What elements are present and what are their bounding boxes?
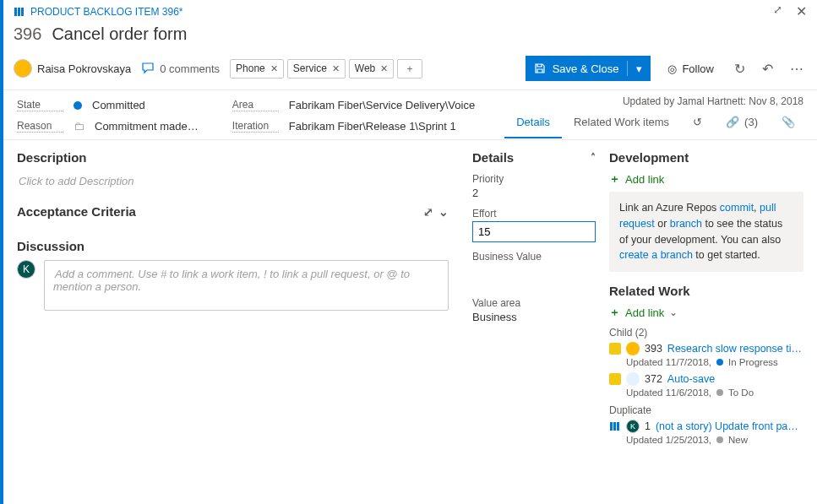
attachment-icon: 📎	[782, 116, 795, 128]
tab-attachments[interactable]: 📎	[770, 107, 807, 138]
follow-button[interactable]: ◎ Follow	[661, 62, 721, 75]
follow-icon: ◎	[667, 62, 677, 75]
chevron-down-icon: ⌄	[669, 306, 678, 318]
tab-history[interactable]: ↺	[681, 107, 714, 138]
avatar	[626, 342, 640, 355]
breadcrumb[interactable]: PRODUCT BACKLOG ITEM 396*	[14, 6, 183, 18]
work-item-title[interactable]: Cancel order form	[52, 24, 187, 44]
pbi-icon	[609, 343, 621, 355]
development-heading: Development	[609, 150, 803, 165]
tab-related[interactable]: Related Work items	[562, 107, 681, 138]
business-value-label: Business Value	[472, 251, 596, 263]
svg-rect-2	[21, 8, 24, 16]
pbi-icon	[609, 373, 621, 385]
comment-icon	[141, 62, 155, 75]
business-value-value[interactable]	[472, 264, 596, 277]
history-icon: ↺	[693, 116, 702, 128]
effort-input[interactable]	[472, 221, 596, 242]
svg-rect-3	[610, 422, 613, 431]
details-heading: Details˄	[472, 150, 596, 165]
tag-service[interactable]: Service✕	[287, 59, 346, 79]
assignee-name: Raisa Pokrovskaya	[37, 62, 131, 75]
pbi-icon	[609, 420, 621, 432]
state-value[interactable]: Committed	[92, 99, 145, 111]
related-item[interactable]: 393 Research slow response ti…	[609, 342, 803, 355]
avatar	[14, 59, 32, 78]
add-tag-button[interactable]: ＋	[397, 59, 422, 79]
reason-value[interactable]: Commitment made…	[95, 120, 199, 133]
description-heading: Description	[17, 150, 449, 165]
related-item[interactable]: K 1 (not a story) Update front pa…	[609, 420, 803, 433]
save-label: Save & Close	[553, 62, 619, 75]
expand-icon[interactable]: ⤢	[423, 205, 433, 219]
link-create-branch[interactable]: create a branch	[619, 249, 693, 261]
chevron-down-icon[interactable]: ▾	[636, 62, 642, 75]
current-user-avatar: K	[17, 260, 35, 279]
area-value[interactable]: Fabrikam Fiber\Service Delivery\Voice	[289, 99, 475, 111]
value-area-label: Value area	[472, 297, 596, 309]
save-icon	[534, 62, 546, 74]
state-label: State	[17, 99, 63, 111]
tab-links[interactable]: 🔗(3)	[714, 107, 770, 138]
acceptance-heading: Acceptance Criteria ⤢⌄	[17, 204, 449, 219]
comments-button[interactable]: 0 comments	[141, 62, 220, 75]
value-area-value[interactable]: Business	[472, 311, 596, 323]
tag-web[interactable]: Web✕	[349, 59, 394, 79]
tag-remove-icon[interactable]: ✕	[270, 63, 278, 74]
tag-remove-icon[interactable]: ✕	[332, 63, 340, 74]
lock-icon: 🗀	[74, 120, 84, 133]
effort-label: Effort	[472, 208, 596, 219]
breadcrumb-text: PRODUCT BACKLOG ITEM 396*	[30, 6, 183, 18]
follow-label: Follow	[682, 62, 714, 75]
link-branch[interactable]: branch	[670, 218, 702, 230]
duplicate-group-heading: Duplicate	[609, 404, 803, 416]
svg-rect-5	[617, 422, 619, 431]
tab-details[interactable]: Details	[504, 107, 562, 138]
chevron-down-icon[interactable]: ⌄	[438, 205, 449, 219]
reason-label: Reason	[17, 120, 63, 133]
save-close-button[interactable]: Save & Close ▾	[526, 56, 651, 81]
child-group-heading: Child (2)	[609, 327, 803, 339]
comments-count: 0 comments	[160, 62, 220, 75]
undo-icon[interactable]: ↶	[759, 61, 776, 77]
development-info: Link an Azure Repos commit, pull request…	[609, 192, 803, 272]
discussion-heading: Discussion	[17, 239, 449, 253]
tag-phone[interactable]: Phone✕	[230, 59, 284, 79]
updated-by-line: Updated by Jamal Hartnett: Nov 8, 2018	[504, 90, 817, 107]
assignee-picker[interactable]: Raisa Pokrovskaya	[14, 59, 131, 78]
avatar	[626, 372, 640, 386]
related-item[interactable]: 372 Auto-save	[609, 372, 803, 386]
description-field[interactable]: Click to add Description	[17, 171, 449, 191]
related-item-sub: Updated 1/25/2013,New	[609, 435, 803, 445]
related-work-heading: Related Work	[609, 284, 803, 298]
dev-add-link[interactable]: ＋Add link	[609, 171, 803, 187]
related-item-sub: Updated 11/7/2018,In Progress	[609, 357, 803, 367]
iteration-value[interactable]: Fabrikam Fiber\Release 1\Sprint 1	[289, 120, 456, 133]
area-label: Area	[232, 99, 279, 111]
refresh-icon[interactable]: ↻	[731, 61, 749, 77]
pbi-icon	[14, 6, 25, 18]
priority-value[interactable]: 2	[472, 187, 596, 199]
iteration-label: Iteration	[232, 120, 279, 133]
avatar: K	[626, 420, 640, 433]
related-item-sub: Updated 11/6/2018,To Do	[609, 387, 803, 398]
state-dot	[74, 101, 82, 110]
discussion-input[interactable]: Add a comment. Use # to link a work item…	[44, 260, 449, 311]
link-icon: 🔗	[726, 116, 739, 128]
svg-rect-4	[613, 422, 616, 431]
tag-remove-icon[interactable]: ✕	[380, 63, 388, 74]
collapse-icon[interactable]: ⤢	[773, 3, 782, 19]
svg-rect-1	[18, 8, 20, 16]
priority-label: Priority	[472, 173, 596, 185]
work-item-id: 396	[14, 24, 41, 44]
svg-rect-0	[14, 8, 17, 16]
chevron-up-icon[interactable]: ˄	[591, 152, 596, 164]
close-icon[interactable]: ✕	[796, 3, 807, 19]
related-add-link[interactable]: ＋Add link⌄	[609, 305, 803, 320]
more-actions-icon[interactable]: ⋯	[787, 61, 807, 77]
link-commit[interactable]: commit	[720, 202, 754, 214]
